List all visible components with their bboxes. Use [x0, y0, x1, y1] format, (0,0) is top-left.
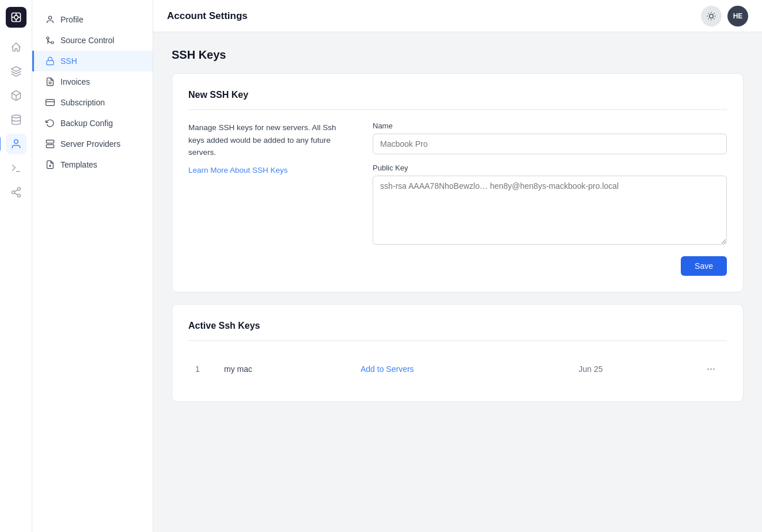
- svg-point-11: [12, 191, 14, 194]
- table-row: 1 my mac Add to Servers Jun 25 ···: [188, 352, 727, 385]
- new-key-description: Manage SSH keys for new servers. All Ssh…: [188, 121, 350, 276]
- header-actions: HE: [701, 6, 748, 26]
- header-title: Account Settings: [167, 10, 248, 22]
- active-ssh-keys-title: Active Ssh Keys: [188, 321, 727, 341]
- rail-share-icon[interactable]: [6, 182, 26, 203]
- page-content: SSH Keys New SSH Key Manage SSH keys for…: [153, 32, 762, 532]
- sidebar-item-subscription[interactable]: Subscription: [32, 92, 153, 113]
- subscription-icon: [46, 98, 55, 107]
- sidebar-item-server-providers-label: Server Providers: [60, 139, 120, 149]
- rail-home-icon[interactable]: [6, 37, 26, 58]
- svg-rect-18: [47, 60, 54, 64]
- sidebar-item-ssh-label: SSH: [60, 56, 77, 66]
- new-ssh-key-card-title: New SSH Key: [188, 90, 727, 110]
- sidebar-item-invoices[interactable]: Invoices: [32, 71, 153, 92]
- main-area: Account Settings HE SSH Keys New SSH Key…: [153, 0, 762, 532]
- icon-rail: [0, 0, 32, 532]
- rail-layers-icon[interactable]: [6, 61, 26, 82]
- new-key-form: Name Public Key Save: [373, 121, 727, 276]
- public-key-field-group: Public Key: [373, 164, 727, 247]
- form-actions: Save: [373, 256, 727, 276]
- templates-icon: [46, 160, 55, 169]
- invoices-icon: [46, 77, 55, 86]
- sidebar-item-templates[interactable]: Templates: [32, 154, 153, 175]
- app-logo: [6, 7, 26, 28]
- theme-toggle-button[interactable]: [701, 6, 722, 26]
- svg-point-8: [14, 140, 18, 144]
- sidebar-item-ssh[interactable]: SSH: [32, 51, 153, 71]
- profile-icon: [46, 15, 55, 24]
- svg-point-10: [17, 188, 20, 191]
- rail-user-icon[interactable]: [6, 134, 26, 154]
- svg-point-1: [14, 16, 18, 20]
- header: Account Settings HE: [153, 0, 762, 32]
- new-key-body: Manage SSH keys for new servers. All Ssh…: [188, 121, 727, 276]
- page-title: SSH Keys: [172, 48, 744, 62]
- public-key-input[interactable]: [373, 176, 727, 245]
- add-to-servers-link[interactable]: Add to Servers: [361, 364, 414, 374]
- name-input[interactable]: [373, 134, 727, 154]
- backup-icon: [46, 119, 55, 128]
- sidebar-item-profile-label: Profile: [60, 15, 84, 24]
- new-key-description-text: Manage SSH keys for new servers. All Ssh…: [188, 121, 350, 159]
- add-to-servers-cell: Add to Servers: [354, 352, 572, 385]
- name-label: Name: [373, 121, 727, 130]
- name-field-group: Name: [373, 121, 727, 154]
- svg-rect-23: [46, 140, 54, 143]
- svg-rect-24: [46, 145, 54, 147]
- svg-point-29: [710, 14, 714, 18]
- rail-terminal-icon[interactable]: [6, 158, 26, 178]
- sidebar-item-backup-config-label: Backup Config: [60, 119, 113, 128]
- public-key-label: Public Key: [373, 164, 727, 172]
- user-avatar[interactable]: HE: [727, 6, 748, 26]
- key-index: 1: [188, 352, 217, 385]
- ssh-icon: [46, 56, 55, 66]
- sidebar-item-profile[interactable]: Profile: [32, 9, 153, 30]
- sidebar-item-backup-config[interactable]: Backup Config: [32, 113, 153, 134]
- source-control-icon: [46, 36, 55, 45]
- sidebar-item-invoices-label: Invoices: [60, 77, 90, 86]
- svg-point-7: [12, 115, 20, 118]
- svg-point-16: [51, 41, 54, 44]
- key-more-button[interactable]: ···: [702, 360, 720, 377]
- sidebar-item-source-control-label: Source Control: [60, 36, 114, 45]
- key-name: my mac: [217, 352, 354, 385]
- svg-line-13: [14, 193, 18, 195]
- active-ssh-keys-card: Active Ssh Keys 1 my mac Add to Servers …: [172, 304, 744, 402]
- svg-rect-21: [46, 100, 55, 106]
- svg-line-14: [14, 189, 18, 191]
- learn-more-link[interactable]: Learn More About SSH Keys: [188, 166, 288, 174]
- rail-database-icon[interactable]: [6, 109, 26, 130]
- server-icon: [46, 139, 55, 149]
- sidebar-item-server-providers[interactable]: Server Providers: [32, 134, 153, 154]
- sidebar-item-source-control[interactable]: Source Control: [32, 30, 153, 51]
- sidebar: Profile Source Control SSH Invoices: [32, 0, 153, 532]
- rail-package-icon[interactable]: [6, 85, 26, 106]
- key-date: Jun 25: [572, 352, 695, 385]
- key-menu-cell: ···: [695, 352, 727, 385]
- save-button[interactable]: Save: [681, 256, 727, 276]
- ssh-keys-table: 1 my mac Add to Servers Jun 25 ···: [188, 352, 727, 385]
- svg-point-15: [48, 16, 51, 19]
- svg-point-12: [17, 194, 20, 197]
- new-ssh-key-card: New SSH Key Manage SSH keys for new serv…: [172, 73, 744, 292]
- sidebar-item-templates-label: Templates: [60, 160, 97, 169]
- svg-point-17: [47, 37, 49, 39]
- sidebar-item-subscription-label: Subscription: [60, 98, 105, 107]
